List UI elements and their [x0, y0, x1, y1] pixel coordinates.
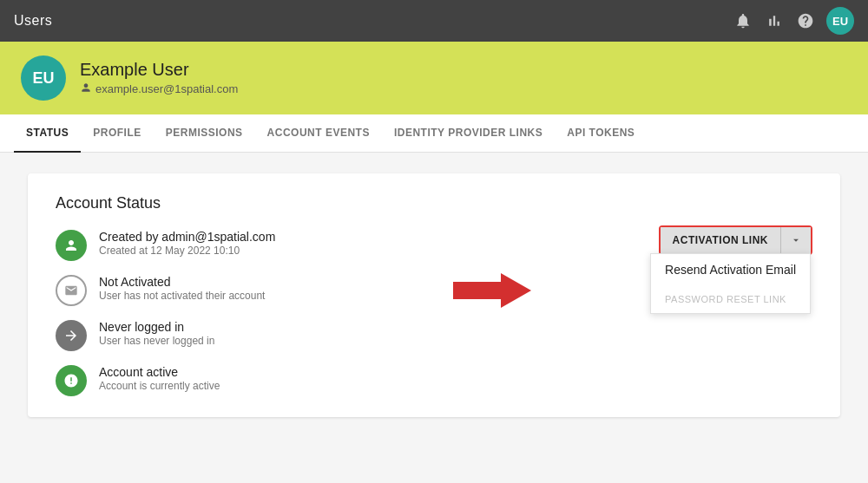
top-nav-icons: EU: [733, 7, 854, 35]
svg-marker-0: [453, 273, 531, 308]
status-item-never-logged: Never logged in User has never logged in: [56, 320, 812, 351]
card-title: Account Status: [56, 194, 812, 212]
tab-permissions[interactable]: PERMISSIONS: [154, 114, 255, 153]
tab-account-events[interactable]: ACCOUNT EVENTS: [255, 114, 382, 153]
tab-api-tokens[interactable]: API TOKENS: [555, 114, 647, 153]
user-email-row: example.user@1spatial.com: [80, 82, 238, 96]
user-avatar-large: EU: [21, 55, 66, 101]
user-email-text: example.user@1spatial.com: [95, 82, 238, 95]
page-title: Users: [14, 13, 52, 29]
status-created-label: Created by admin@1spatial.com: [99, 230, 275, 244]
activation-link-dropdown-menu: Resend Activation Email PASSWORD RESET L…: [650, 253, 811, 314]
activation-link-button[interactable]: ACTIVATION LINK: [661, 227, 780, 253]
status-active-text: Account active Account is currently acti…: [99, 365, 220, 392]
password-reset-link-item[interactable]: PASSWORD RESET LINK: [651, 285, 810, 313]
main-content: Account Status Created by admin@1spatial…: [0, 153, 868, 483]
tab-status[interactable]: STATUS: [14, 114, 81, 153]
tabs-bar: STATUS PROFILE PERMISSIONS ACCOUNT EVENT…: [0, 114, 868, 153]
tab-profile[interactable]: PROFILE: [81, 114, 154, 153]
arrow-pointer: [453, 269, 531, 315]
status-never-logged-label: Never logged in: [99, 320, 214, 334]
activation-link-split-button: ACTIVATION LINK: [661, 227, 811, 253]
user-avatar-nav[interactable]: EU: [826, 7, 854, 35]
top-nav: Users EU: [0, 0, 868, 42]
status-created-text: Created by admin@1spatial.com Created at…: [99, 230, 275, 257]
account-active-icon: [56, 365, 87, 396]
user-info: Example User example.user@1spatial.com: [80, 60, 238, 96]
account-status-card: Account Status Created by admin@1spatial…: [28, 173, 840, 417]
activation-link-dropdown-toggle[interactable]: [780, 227, 811, 253]
status-not-activated-text: Not Activated User has not activated the…: [99, 275, 265, 302]
created-icon: [56, 230, 87, 261]
status-created-sub: Created at 12 May 2022 10:10: [99, 245, 275, 257]
help-icon[interactable]: [795, 10, 816, 31]
person-icon: [80, 82, 92, 96]
action-buttons: ACTIVATION LINK Resend Activation Email …: [659, 225, 812, 297]
status-not-activated-label: Not Activated: [99, 275, 265, 289]
activation-link-wrapper: ACTIVATION LINK Resend Activation Email …: [659, 225, 812, 255]
resend-activation-email-item[interactable]: Resend Activation Email: [651, 254, 810, 285]
status-never-logged-text: Never logged in User has never logged in: [99, 320, 214, 347]
not-activated-icon: [56, 275, 87, 306]
bell-icon[interactable]: [733, 10, 753, 31]
status-item-active: Account active Account is currently acti…: [56, 365, 812, 396]
user-name: Example User: [80, 60, 238, 80]
user-header: EU Example User example.user@1spatial.co…: [0, 42, 868, 114]
chart-icon[interactable]: [764, 10, 785, 31]
tab-identity-provider-links[interactable]: IDENTITY PROVIDER LINKS: [382, 114, 555, 153]
never-logged-icon: [56, 320, 87, 351]
status-active-sub: Account is currently active: [99, 380, 220, 392]
status-not-activated-sub: User has not activated their account: [99, 290, 265, 302]
status-active-label: Account active: [99, 365, 220, 379]
status-never-logged-sub: User has never logged in: [99, 335, 214, 347]
